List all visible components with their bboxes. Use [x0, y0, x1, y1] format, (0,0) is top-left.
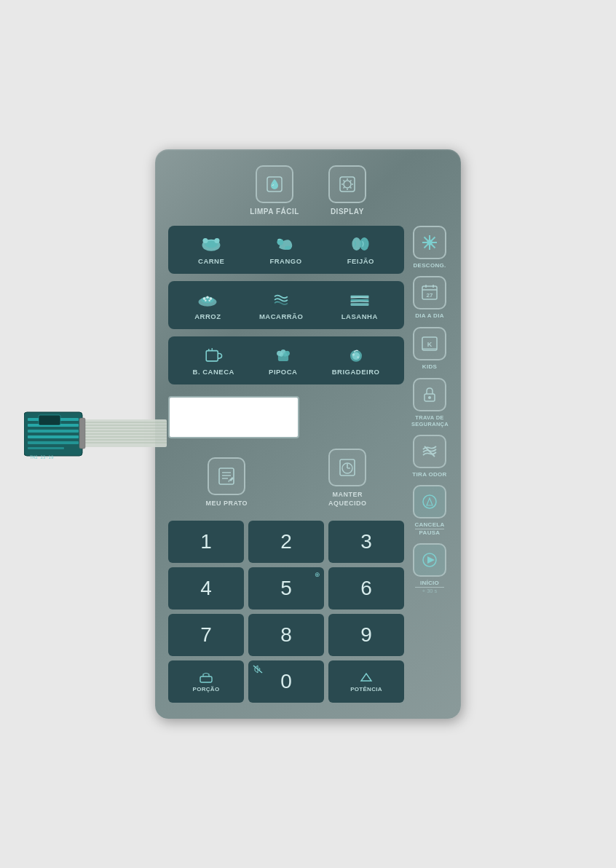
- potencia-label: POTÊNCIA: [350, 686, 382, 693]
- meu-prato-label: MEU PRATO: [205, 500, 248, 508]
- svg-point-59: [357, 356, 359, 358]
- carne-label: CARNE: [198, 257, 224, 265]
- cancela-button[interactable]: CANCELA PAUSA: [413, 485, 446, 536]
- kids-button[interactable]: K KIDS: [413, 327, 446, 371]
- key-2[interactable]: 2: [248, 521, 324, 563]
- svg-marker-90: [427, 556, 435, 564]
- svg-text:27: 27: [427, 292, 433, 299]
- svg-point-54: [279, 352, 283, 356]
- macarrao-button[interactable]: MACARRÃO: [253, 287, 309, 323]
- svg-rect-4: [28, 435, 79, 438]
- brigadeiro-button[interactable]: BRIGADEIRO: [326, 342, 386, 379]
- trava-button[interactable]: TRAVA DESEGURANÇA: [411, 378, 448, 427]
- limpa-facil-button[interactable]: LIMPA FÁCIL: [250, 165, 299, 216]
- trava-label: TRAVA DESEGURANÇA: [411, 414, 448, 427]
- mute-icon: [253, 665, 263, 674]
- play-icon: [420, 551, 439, 569]
- timer-icon: [336, 457, 358, 478]
- key-7[interactable]: 7: [168, 614, 244, 656]
- digit-6: 6: [360, 578, 372, 599]
- lasagna-icon: [348, 290, 371, 309]
- display-button[interactable]: DISPLAY: [328, 165, 366, 216]
- func-buttons-row: MEU PRATO MANTERAQUECIDO: [168, 449, 404, 508]
- svg-point-43: [205, 299, 207, 301]
- arroz-button[interactable]: ARROZ: [189, 287, 226, 323]
- power-icon: [358, 671, 374, 684]
- key-1[interactable]: 1: [168, 521, 244, 563]
- kids-label: KIDS: [422, 363, 437, 371]
- cancela-icon-box: [413, 485, 446, 518]
- kids-icon-box: K: [413, 327, 446, 360]
- svg-point-55: [283, 352, 287, 356]
- numpad: 1 2 3 4 ⊕ 5: [168, 521, 404, 703]
- digit-8: 8: [280, 625, 292, 645]
- inicio-button[interactable]: INÍCIO + 30 s: [413, 543, 446, 594]
- svg-point-44: [209, 299, 211, 301]
- candy-icon: [344, 345, 368, 364]
- macarrao-label: MACARRÃO: [259, 312, 303, 320]
- meu-prato-icon-box: [208, 457, 245, 495]
- top-buttons-row: LIMPA FÁCIL: [168, 165, 448, 216]
- frango-button[interactable]: FRANGO: [264, 232, 307, 268]
- key-8[interactable]: 8: [248, 614, 324, 656]
- food-items-1: CARNE FRANGO: [175, 232, 397, 268]
- digit-0: 0: [280, 671, 292, 692]
- brigadeiro-label: BRIGADEIRO: [332, 368, 380, 376]
- key-3[interactable]: 3: [328, 521, 404, 563]
- calendar-icon: 27: [420, 283, 439, 302]
- digit-1: 1: [200, 532, 212, 552]
- key-5-sub-icon: ⊕: [315, 571, 320, 578]
- svg-rect-3: [28, 430, 79, 433]
- key-4[interactable]: 4: [168, 567, 244, 609]
- food-row-2: ARROZ MACARRÃO: [168, 281, 404, 329]
- tira-odor-button[interactable]: TIRA ODOR: [412, 435, 446, 478]
- descong-icon-box: [413, 226, 446, 259]
- dia-a-dia-label: DIA A DIA: [415, 312, 444, 320]
- bcaneca-button[interactable]: B. CANECA: [187, 342, 240, 379]
- svg-point-45: [272, 301, 291, 307]
- sun-icon: [336, 173, 358, 195]
- portion-icon: [198, 671, 214, 684]
- key-porcao[interactable]: PORÇÃO: [168, 660, 244, 703]
- snowflake-icon: [420, 233, 439, 252]
- pipoca-button[interactable]: PIPOCA: [263, 342, 303, 379]
- svg-rect-7: [39, 415, 60, 425]
- feijao-button[interactable]: FEIJÃO: [341, 232, 380, 268]
- svg-rect-49: [206, 350, 218, 360]
- manter-aquecido-button[interactable]: MANTERAQUECIDO: [328, 449, 367, 508]
- water-drop-icon: [264, 173, 285, 195]
- svg-point-85: [428, 396, 431, 399]
- feijao-label: FEIJÃO: [347, 257, 374, 265]
- carne-button[interactable]: CARNE: [192, 232, 230, 268]
- svg-point-37: [360, 237, 368, 250]
- key-9[interactable]: 9: [328, 614, 404, 656]
- food-items-2: ARROZ MACARRÃO: [175, 287, 397, 323]
- kids-icon: K: [420, 334, 439, 353]
- air-icon: [420, 442, 439, 461]
- svg-point-41: [207, 296, 210, 299]
- key-5[interactable]: ⊕ 5: [248, 567, 324, 609]
- meu-prato-button[interactable]: MEU PRATO: [205, 457, 248, 508]
- digit-9: 9: [360, 625, 372, 645]
- svg-text:K: K: [427, 341, 433, 348]
- digit-5: 5: [280, 578, 292, 599]
- dia-a-dia-button[interactable]: 27 DIA A DIA: [413, 276, 446, 320]
- lasanha-button[interactable]: LASANHA: [336, 287, 384, 323]
- manter-aquecido-icon-box: [328, 449, 366, 486]
- svg-point-40: [203, 297, 206, 300]
- key-0[interactable]: 0: [248, 660, 324, 703]
- descong-button[interactable]: DESCONG.: [413, 226, 446, 269]
- right-column: DESCONG. 27 DIA A DIA: [411, 226, 448, 594]
- display-icon-box: [328, 165, 366, 203]
- popcorn-icon: [272, 345, 295, 364]
- svg-point-57: [352, 352, 360, 360]
- display-label: DISPLAY: [331, 208, 364, 216]
- pausa-label: PAUSA: [419, 529, 441, 537]
- inicio-sublabel: + 30 s: [422, 588, 438, 594]
- digit-7: 7: [200, 625, 212, 645]
- inicio-label: INÍCIO: [420, 580, 439, 587]
- play-icon-box: [413, 543, 446, 577]
- key-6[interactable]: 6: [328, 567, 404, 609]
- lock-icon-box: [413, 378, 446, 411]
- key-potencia[interactable]: POTÊNCIA: [328, 660, 404, 703]
